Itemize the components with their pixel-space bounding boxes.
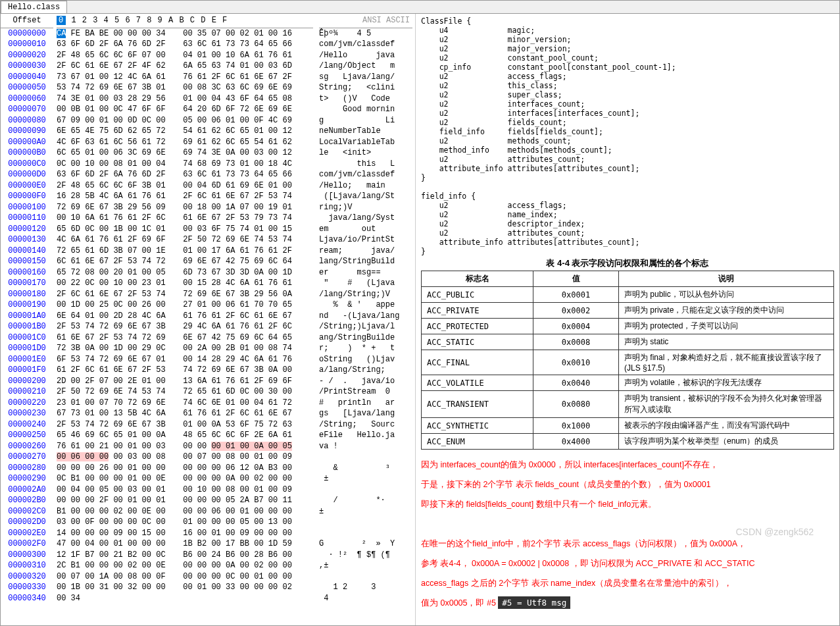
offset-row: 000002C0 <box>1 506 53 517</box>
offset-row: 00000040 <box>1 72 53 83</box>
bytes-row[interactable]: 4C 6A 61 76 61 2F 69 6F 2F 50 72 69 6E 7… <box>57 234 313 246</box>
offset-row: 000000F0 <box>1 191 53 202</box>
bytes-row[interactable]: 65 72 08 00 20 01 00 05 6D 73 67 3D 3D 0… <box>57 267 313 278</box>
bytes-row[interactable]: 61 6E 67 2F 53 74 72 69 6E 67 42 75 69 6… <box>57 332 313 344</box>
offset-row: 00000210 <box>1 386 53 398</box>
note-line: 因为 interfaces_count的值为 0x0000，所以 interfa… <box>421 456 834 473</box>
offset-row: 00000130 <box>1 234 53 246</box>
note-line: 值为 0x0005，即 #5 #5 = Utf8 msg <box>421 594 834 612</box>
bytes-row[interactable]: 0C B1 00 00 00 01 00 0E 00 00 00 0A 00 0… <box>57 473 313 484</box>
ascii-row: r; ) * + t <box>319 343 412 354</box>
offset-row: 00000260 <box>1 441 53 452</box>
bytes-row[interactable]: 2F 6C 61 6E 67 2F 4F 62 6A 65 63 74 01 0… <box>57 61 313 72</box>
offset-row: 00000250 <box>1 430 53 441</box>
bytes-row[interactable]: 2F 48 65 6C 6C 6F 3B 01 00 04 6D 61 69 6… <box>57 180 313 192</box>
table-row: ACC_FINAL0x0010声明为 final，对象构造好之后，就不能直接设置… <box>422 350 834 375</box>
bytes-row[interactable]: 72 65 61 6D 3B 07 00 1E 01 00 17 6A 61 7… <box>57 246 313 257</box>
ascii-row <box>319 528 412 539</box>
offset-row: 00000340 <box>1 593 53 604</box>
editor-tabs: Hello.class <box>1 1 839 14</box>
bytes-row[interactable]: 73 67 01 00 12 4C 6A 61 76 61 2F 6C 61 6… <box>57 72 313 83</box>
bytes-row[interactable]: 65 6D 0C 00 1B 00 1C 01 00 03 6F 75 74 0… <box>57 224 313 235</box>
bytes-row[interactable]: 00 06 00 00 00 03 00 08 00 07 00 08 00 0… <box>57 452 313 463</box>
tab-hello-class[interactable]: Hello.class <box>1 1 67 13</box>
table-row: ACC_ENUM0x4000该字段声明为某个枚举类型（enum）的成员 <box>422 434 834 450</box>
bytes-row[interactable]: CA FE BA BE 00 00 00 34 00 35 07 00 02 0… <box>57 28 313 39</box>
ascii-row: % & ' appe <box>319 300 412 311</box>
bytes-row[interactable]: 6E 65 4E 75 6D 62 65 72 54 61 62 6C 65 0… <box>57 126 313 137</box>
bytes-row[interactable]: 2F 53 74 72 69 6E 67 3B 01 00 0A 53 6F 7… <box>57 419 313 430</box>
bytes-row[interactable]: 00 07 00 1A 00 08 00 0F 00 00 00 0C 00 0… <box>57 571 313 583</box>
ascii-row: /String; Sourc <box>319 419 412 430</box>
note-line: 在唯一的这个field_info中，前2个字节 表示 access_flags（… <box>421 535 834 552</box>
bytes-row[interactable]: 12 1F B7 00 21 B2 00 0C B6 00 24 B6 00 2… <box>57 550 313 561</box>
ascii-row: String; <clini <box>319 82 412 93</box>
bytes-row[interactable]: 67 73 01 00 13 5B 4C 6A 61 76 61 2F 6C 6… <box>57 408 313 419</box>
bytes-row[interactable]: 14 00 00 00 09 00 15 00 16 00 01 00 09 0… <box>57 528 313 539</box>
ascii-row: com/jvm/classdef <box>319 39 412 50</box>
bytes-row[interactable]: 6C 61 6E 67 2F 53 74 72 69 6E 67 42 75 6… <box>57 256 313 267</box>
offset-column: Offset 000000000000001000000020000000300… <box>1 14 53 625</box>
bytes-row[interactable]: 63 6F 6D 2F 6A 76 6D 2F 63 6C 61 73 73 6… <box>57 169 313 180</box>
bytes-row[interactable]: 00 00 00 2F 00 01 00 01 00 00 00 05 2A B… <box>57 495 313 506</box>
ascii-row: em out <box>319 224 412 235</box>
th-value: 值 <box>533 271 619 287</box>
bytes-row[interactable]: 76 61 00 21 00 01 00 03 00 00 00 01 00 0… <box>57 441 313 452</box>
bytes-row[interactable]: 61 2F 6C 61 6E 67 2F 53 74 72 69 6E 67 3… <box>57 365 313 376</box>
bytes-row[interactable]: 00 10 6A 61 76 61 2F 6C 61 6E 67 2F 53 7… <box>57 213 313 224</box>
ascii-row: a/lang/String; <box>319 365 412 376</box>
bytes-row[interactable]: 63 6F 6D 2F 6A 76 6D 2F 63 6C 61 73 73 6… <box>57 39 313 50</box>
bytes-header: 0 1 2 3 4 5 6 7 8 9 A B C D E F <box>57 14 313 28</box>
bytes-row[interactable]: 2F 53 74 72 69 6E 67 3B 29 4C 6A 61 76 6… <box>57 321 313 332</box>
table-row: ACC_PRIVATE0x0002声明为 private，只能在定义该字段的类中… <box>422 303 834 319</box>
ascii-row: 1 2 3 <box>319 582 412 593</box>
bytes-row[interactable]: 2C B1 00 00 00 02 00 0E 00 00 00 0A 00 0… <box>57 560 313 571</box>
bytes-row[interactable]: 65 46 69 6C 65 01 00 0A 48 65 6C 6C 6F 2… <box>57 430 313 441</box>
ascii-row: nd -(Ljava/lang <box>319 311 412 322</box>
ascii-row: - / . java/io <box>319 376 412 387</box>
bytes-row[interactable]: 00 00 00 26 00 01 00 00 00 00 00 06 12 0… <box>57 463 313 474</box>
offset-row: 00000000 <box>1 28 53 39</box>
bytes-row[interactable]: 00 34 <box>57 593 313 604</box>
bytes-row[interactable]: 6E 64 01 00 2D 28 4C 6A 61 76 61 2F 6C 6… <box>57 311 313 322</box>
ascii-row <box>319 484 412 496</box>
bytes-row[interactable]: 00 0B 01 00 0C 47 6F 6F 64 20 6D 6F 72 6… <box>57 104 313 115</box>
bytes-row[interactable]: 00 22 0C 00 10 00 23 01 00 15 28 4C 6A 6… <box>57 278 313 289</box>
bytes-row[interactable]: 2D 00 2F 07 00 2E 01 00 13 6A 61 76 61 2… <box>57 376 313 387</box>
bytes-column[interactable]: 0 1 2 3 4 5 6 7 8 9 A B C D E F CA FE BA… <box>53 14 316 625</box>
bytes-row[interactable]: 74 3E 01 00 03 28 29 56 01 00 04 43 6F 6… <box>57 93 313 105</box>
table-title: 表 4-4 表示字段访问权限和属性的各个标志 <box>421 257 834 269</box>
bytes-row[interactable]: 23 01 00 07 70 72 69 6E 74 6C 6E 01 00 0… <box>57 398 313 409</box>
bytes-row[interactable]: 6C 65 01 00 06 3C 69 6E 69 74 3E 0A 00 0… <box>57 147 313 159</box>
offset-row: 000002A0 <box>1 484 53 496</box>
bytes-row[interactable]: 2F 48 65 6C 6C 6F 07 00 04 01 00 10 6A 6… <box>57 50 313 61</box>
bytes-row[interactable]: 4C 6F 63 61 6C 56 61 72 69 61 62 6C 65 5… <box>57 137 313 148</box>
offset-row: 00000310 <box>1 560 53 571</box>
ascii-row: /Hello; main <box>319 180 412 192</box>
bytes-row[interactable]: 03 00 0F 00 00 00 0C 00 01 00 00 00 05 0… <box>57 517 313 528</box>
bytes-row[interactable]: 72 3B 0A 00 1D 00 29 0C 00 2A 00 2B 01 0… <box>57 343 313 354</box>
bytes-row[interactable]: 0C 00 10 00 08 01 00 04 74 68 69 73 01 0… <box>57 159 313 170</box>
offset-row: 00000080 <box>1 115 53 126</box>
bytes-row[interactable]: 53 74 72 69 6E 67 3B 01 00 08 3C 63 6C 6… <box>57 82 313 93</box>
bytes-row[interactable]: B1 00 00 00 02 00 0E 00 00 00 06 00 01 0… <box>57 506 313 517</box>
bytes-row[interactable]: 67 09 00 01 00 0D 0C 00 05 00 06 01 00 0… <box>57 115 313 126</box>
bytes-row[interactable]: 00 1D 00 25 0C 00 26 00 27 01 00 06 61 7… <box>57 300 313 311</box>
offset-row: 00000230 <box>1 408 53 419</box>
ascii-row: LocalVariableTab <box>319 137 412 148</box>
offset-row: 00000170 <box>1 278 53 289</box>
offset-row: 00000070 <box>1 104 53 115</box>
offset-row: 000000E0 <box>1 180 53 192</box>
offset-row: 000000B0 <box>1 147 53 159</box>
bytes-row[interactable]: 16 28 5B 4C 6A 61 76 61 2F 6C 61 6E 67 2… <box>57 191 313 202</box>
bytes-row[interactable]: 2F 50 72 69 6E 74 53 74 72 65 61 6D 0C 0… <box>57 386 313 398</box>
note-line: access_flags 之后的 2个字节 表示 name_index（成员变量… <box>421 575 834 592</box>
bytes-row[interactable]: 00 04 00 05 00 03 00 01 00 10 00 08 00 0… <box>57 484 313 496</box>
access-flags-table: 标志名 值 说明 ACC_PUBLIC0x0001声明为 public，可以从包… <box>421 271 834 450</box>
bytes-row[interactable]: 72 69 6E 67 3B 29 56 09 00 18 00 1A 07 0… <box>57 202 313 213</box>
bytes-row[interactable]: 47 00 04 00 01 00 00 00 1B B2 00 17 BB 0… <box>57 538 313 550</box>
bytes-row[interactable]: 6F 53 74 72 69 6E 67 01 00 14 28 29 4C 6… <box>57 354 313 365</box>
ascii-row: " # (Ljava <box>319 278 412 289</box>
bytes-row[interactable]: 2F 6C 61 6E 67 2F 53 74 72 69 6E 67 3B 2… <box>57 289 313 300</box>
bytes-row[interactable]: 00 1B 00 31 00 32 00 00 00 01 00 33 00 0… <box>57 582 313 593</box>
